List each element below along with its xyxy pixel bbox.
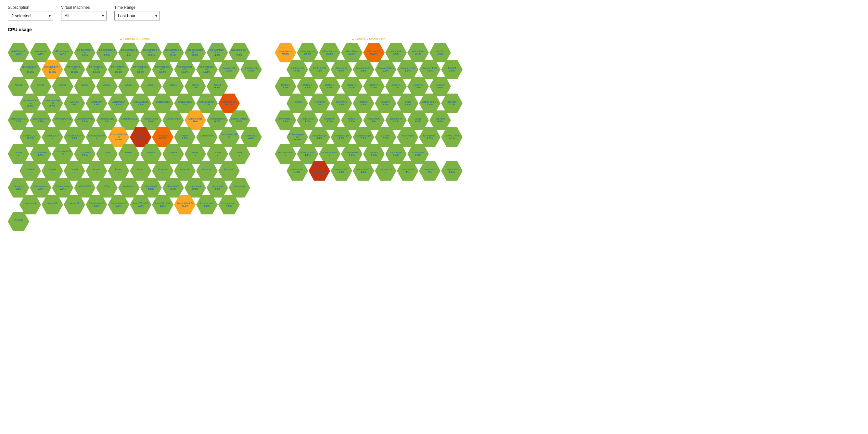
hex-cell[interactable]: Deploy-x2.9%	[407, 77, 429, 96]
hex-cell[interactable]: Economy0.8%	[430, 111, 451, 130]
hex-cell[interactable]: ContosNodes0x0.5%	[229, 111, 250, 130]
hex-cell[interactable]: FinanceB-	[152, 161, 174, 181]
hex-cell[interactable]: LongestWorldS49.3%	[174, 195, 195, 214]
hex-cell[interactable]: ImportWorldV61.1%	[152, 195, 174, 214]
vm-select-wrapper[interactable]: All	[61, 11, 106, 21]
hex-cell[interactable]: Contoso 4.1%4.1%	[419, 60, 440, 79]
hex-cell[interactable]: Balancing-pub30.3%	[108, 195, 129, 214]
hex-cell[interactable]: adl-buildbudy1-	[275, 144, 296, 164]
hex-cell[interactable]: CriticalApp2252.6%	[130, 94, 151, 113]
hex-cell[interactable]: Contoso-C4 6%2.1%	[375, 60, 396, 79]
hex-cell[interactable]: DataB-	[96, 144, 118, 164]
hex-cell[interactable]: DataBx-	[64, 161, 85, 181]
hex-cell[interactable]: contosvm6X95.2%	[309, 161, 330, 181]
hex-cell[interactable]: P-Psubscr10X1.2%	[297, 144, 318, 164]
hex-cell[interactable]: ContainerN81.2%	[309, 60, 330, 79]
hex-cell[interactable]: Longestvm-55.2%	[196, 195, 218, 214]
hex-cell[interactable]: ContosoSQL06x-	[86, 127, 107, 147]
hex-cell[interactable]: Contosabled1.3%	[30, 144, 51, 164]
hex-cell[interactable]: VFlatVMSS-	[74, 178, 95, 197]
hex-cell[interactable]: adfermi-appser49.5%	[275, 43, 296, 62]
hex-cell[interactable]: P-Psubscr10X-	[319, 144, 340, 164]
hex-cell[interactable]: HTTPbvc4-	[286, 94, 308, 113]
hex-cell[interactable]: Deploy-x2.3%	[385, 77, 407, 96]
hex-cell[interactable]: Financ-	[108, 161, 129, 181]
hex-cell[interactable]: ContosGroup42.1%	[353, 127, 374, 147]
hex-cell[interactable]: ContosoDSVM12.9%	[8, 111, 29, 130]
hex-cell[interactable]: DataBn-	[229, 144, 250, 164]
hex-cell[interactable]: Aks-nodepool1-JMS28.6%	[64, 60, 85, 79]
hex-cell[interactable]: Vispion-demo-13.9%	[419, 94, 440, 113]
hex-cell[interactable]: ImportWorldV66.6%	[130, 195, 151, 214]
hex-cell[interactable]: Contosum262.7%	[152, 127, 174, 147]
vm-select[interactable]: All	[61, 11, 106, 21]
hex-cell[interactable]: Deploy-x0.5%	[363, 77, 384, 96]
hex-cell[interactable]: contosvm12X3%	[419, 161, 440, 181]
hex-cell[interactable]: aks agentpool-407 T847.3%	[41, 60, 63, 79]
hex-cell[interactable]: DataB8-	[20, 161, 41, 181]
hex-cell[interactable]: contosvm8X1.2%	[331, 161, 352, 181]
hex-cell[interactable]: CriticalVM41.8%	[86, 94, 107, 113]
hex-cell[interactable]: Longestvm-14.5%	[218, 195, 240, 214]
hex-cell[interactable]: winnant0.3%	[363, 144, 384, 164]
hex-cell[interactable]: adfermi-appser16.5%	[319, 43, 340, 62]
hex-cell[interactable]: Azure1-	[52, 77, 73, 96]
hex-cell[interactable]: ContosoSQL-Dark38.3%	[108, 127, 129, 147]
hex-cell[interactable]: aks-agentpool-4077110.1%	[140, 43, 162, 62]
hex-cell[interactable]: ContosoSQL04x5.9%	[64, 127, 85, 147]
hex-cell[interactable]: Contoso-E40.5%	[331, 60, 352, 79]
hex-cell[interactable]: CyberjackSQL3-	[118, 111, 140, 130]
hex-cell[interactable]: DataB9-	[41, 161, 63, 181]
hex-cell[interactable]: Marketing6-	[20, 195, 41, 214]
hex-cell[interactable]: ContosGroup43.4%	[309, 127, 330, 147]
hex-cell[interactable]: ContosoDSVM2-	[52, 111, 73, 130]
hex-cell[interactable]: AA-Strdpoc00.3%	[8, 43, 29, 62]
hex-cell[interactable]: DataB-	[185, 144, 206, 164]
hex-cell[interactable]: Marketing4-	[229, 178, 250, 197]
hex-cell[interactable]: DataB6A-	[162, 144, 184, 164]
hex-cell[interactable]: InfraCst1.2%	[353, 94, 374, 113]
hex-cell[interactable]: VegaMkt-	[8, 212, 29, 231]
hex-cell[interactable]: DataB6-	[140, 144, 162, 164]
hex-cell[interactable]: Aks-nodepool1-440716.7%	[174, 60, 195, 79]
hex-cell[interactable]: aks-nodepool1-440712.7%	[152, 60, 174, 79]
hex-cell[interactable]: Marketing633.4%	[162, 178, 184, 197]
hex-cell[interactable]: Azure1-	[118, 77, 140, 96]
hex-cell[interactable]: ContosMode-	[196, 127, 218, 147]
hex-cell[interactable]: RedDemon30%	[363, 111, 384, 130]
hex-cell[interactable]: Marketing2-	[118, 178, 140, 197]
hex-cell[interactable]: Deploy-x1.3%	[297, 77, 318, 96]
hex-cell[interactable]: ContosNodes00.7%	[207, 111, 228, 130]
hex-cell[interactable]: Deploy-x3.1%	[341, 77, 363, 96]
hex-cell[interactable]: ContosDemo0.9%	[140, 111, 162, 130]
hex-cell[interactable]: aks-agentpool-14C55.3%	[96, 43, 118, 62]
hex-cell[interactable]: ContainerN83.2%	[286, 60, 308, 79]
hex-cell[interactable]: ContosSQL0410.2%	[20, 127, 41, 147]
hex-cell[interactable]: AD-strdpoc-dc3.2%	[52, 43, 73, 62]
hex-cell[interactable]: FinanceC-	[218, 161, 240, 181]
hex-cell[interactable]: ContosDB53.1%	[74, 144, 95, 164]
hex-cell[interactable]: PerfVMset21.5%	[297, 111, 318, 130]
hex-cell[interactable]: Azure1-	[74, 77, 95, 96]
hex-cell[interactable]: contosvm9X1.6%	[353, 161, 374, 181]
hex-cell[interactable]: aks-agentpool-13 C16%	[118, 43, 140, 62]
hex-cell[interactable]: Memor62-	[41, 195, 63, 214]
hex-cell[interactable]: JUNK-list4%	[64, 94, 85, 113]
hex-cell[interactable]: aks-agentpool-4.5%4.5%	[207, 43, 228, 62]
hex-cell[interactable]: PerfVMset-12.9%	[275, 111, 296, 130]
hex-cell[interactable]: NP-sqdthim11.5%	[419, 127, 440, 147]
hex-cell[interactable]: Contosur496.6%	[130, 127, 151, 147]
hex-cell[interactable]: chef-automate-new2.4%	[20, 94, 41, 113]
timerange-select-wrapper[interactable]: Last hour	[114, 11, 160, 21]
hex-cell[interactable]: Contosables-N404-	[218, 127, 240, 147]
hex-cell[interactable]: Finance66.1%	[8, 178, 29, 197]
hex-cell[interactable]: CriticalApp63A1.7%	[196, 94, 218, 113]
subscription-select[interactable]: 2 selected	[8, 11, 53, 21]
hex-cell[interactable]: Marketing32.9%	[185, 178, 206, 197]
hex-cell[interactable]: CriticalApp631%	[174, 94, 195, 113]
hex-cell[interactable]: ContosoBX4.8%	[240, 127, 262, 147]
hex-cell[interactable]: WA516.3%	[407, 111, 429, 130]
hex-cell[interactable]: ContainerD62.2%	[218, 60, 240, 79]
hex-cell[interactable]: Aks-nodepool1 -40k19.5%	[196, 60, 218, 79]
hex-cell[interactable]: ContosDemo-	[162, 111, 184, 130]
